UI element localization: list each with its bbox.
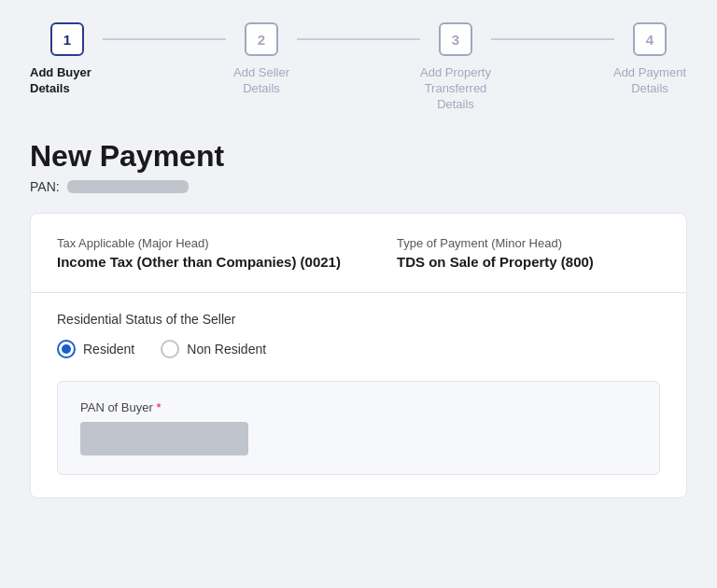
connector-2-3: [297, 38, 420, 40]
page-title: New Payment: [30, 139, 687, 174]
tax-applicable-field: Tax Applicable (Major Head) Income Tax (…: [57, 236, 341, 270]
required-star: *: [156, 400, 161, 414]
residential-status-label: Residential Status of the Seller: [57, 312, 660, 327]
main-card: Tax Applicable (Major Head) Income Tax (…: [30, 213, 687, 498]
radio-resident-label: Resident: [83, 342, 134, 357]
radio-resident-option[interactable]: Resident: [57, 340, 134, 358]
pan-label: PAN:: [30, 179, 60, 194]
connector-3-4: [491, 38, 614, 40]
payment-type-field: Type of Payment (Minor Head) TDS on Sale…: [397, 236, 594, 270]
payment-type-label: Type of Payment (Minor Head): [397, 236, 594, 250]
payment-type-value: TDS on Sale of Property (800): [397, 254, 594, 270]
step-circle-3: 3: [439, 22, 472, 56]
radio-non-resident-circle: [161, 340, 179, 358]
pan-value-blurred: [67, 180, 189, 193]
step-circle-2: 2: [245, 22, 278, 56]
step-1-label: Add Buyer Details: [30, 65, 105, 97]
connector-1-2: [103, 38, 226, 40]
inner-card: PAN of Buyer *: [57, 381, 660, 475]
step-4: 4: [612, 22, 687, 56]
page-wrapper: 1 2 3 4 Add Buyer Details Add Seller Det…: [0, 0, 717, 588]
pan-buyer-input-blurred[interactable]: [80, 422, 248, 455]
step-4-label: Add Payment Details: [612, 65, 687, 97]
pan-line: PAN:: [30, 179, 687, 194]
step-circle-1: 1: [50, 22, 84, 56]
step-3: 3: [418, 22, 493, 56]
step-circle-4: 4: [633, 22, 667, 56]
pan-buyer-label: PAN of Buyer *: [80, 400, 637, 414]
step-2-label: Add Seller Details: [224, 65, 299, 97]
step-3-label: Add Property Transferred Details: [418, 65, 493, 113]
radio-non-resident-label: Non Resident: [187, 342, 266, 357]
radio-non-resident-option[interactable]: Non Resident: [161, 340, 266, 358]
step-2: 2: [224, 22, 299, 56]
tax-applicable-label: Tax Applicable (Major Head): [57, 236, 341, 250]
radio-group: Resident Non Resident: [57, 340, 660, 358]
step-1: 1: [30, 22, 105, 56]
card-divider: [31, 292, 686, 293]
tax-info-row: Tax Applicable (Major Head) Income Tax (…: [57, 236, 660, 270]
tax-applicable-value: Income Tax (Other than Companies) (0021): [57, 254, 341, 270]
stepper: 1 2 3 4: [30, 22, 687, 56]
radio-resident-circle: [57, 340, 76, 358]
